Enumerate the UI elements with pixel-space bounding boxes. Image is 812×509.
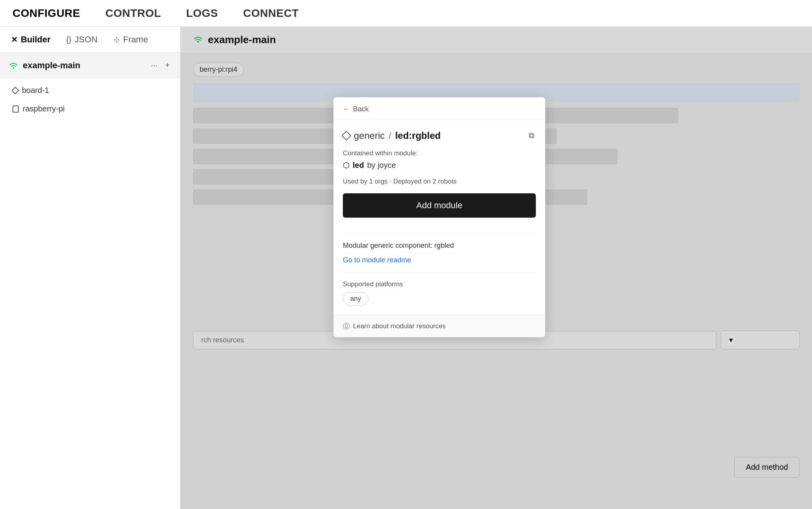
tab-json-label: JSON: [75, 35, 98, 45]
nav-logs[interactable]: LOGS: [181, 4, 222, 23]
contained-section: Contained within module: ⬡ led by joyce: [343, 149, 536, 170]
frame-icon: ⊹: [113, 35, 120, 44]
module-stats: Used by 1 orgs · Deployed on 2 robots: [343, 178, 536, 185]
popup-overlay[interactable]: ← Back generic / led:rgbled ⧉: [180, 27, 812, 509]
project-wifi-icon: [8, 60, 19, 71]
component-name: led:rgbled: [395, 130, 441, 141]
external-link-icon[interactable]: ⧉: [527, 129, 536, 142]
add-module-button[interactable]: Add module: [343, 193, 536, 218]
module-info: ⬡ led by joyce: [343, 160, 536, 170]
platform-badge-any: any: [343, 292, 368, 305]
popup-back-button[interactable]: ← Back: [333, 97, 545, 120]
module-author: by joyce: [367, 161, 396, 170]
footer-link-label: Learn about modular resources: [353, 322, 446, 330]
popup-footer[interactable]: ⓪ Learn about modular resources: [333, 315, 545, 337]
contained-label: Contained within module:: [343, 149, 536, 157]
content-area: example-main berry-pi:rpi4 ▾ Add method: [180, 27, 812, 509]
tab-builder-label: Builder: [21, 35, 51, 45]
popup-body: generic / led:rgbled ⧉ Contained within …: [333, 120, 545, 315]
nav-control[interactable]: CONTROL: [101, 4, 166, 23]
project-name: example-main: [23, 60, 145, 71]
component-namespace: generic: [354, 130, 385, 141]
back-label: Back: [353, 105, 369, 113]
sidebar: ✕ Builder {} JSON ⊹ Frame example-main: [0, 27, 180, 509]
builder-icon: ✕: [11, 35, 18, 44]
raspberry-pi-page-icon: [13, 105, 19, 113]
module-detail-popup: ← Back generic / led:rgbled ⧉: [333, 97, 545, 337]
sidebar-item-board[interactable]: board-1: [0, 81, 180, 100]
readme-link[interactable]: Go to module readme: [343, 256, 536, 264]
project-actions: ··· +: [149, 59, 172, 71]
tab-builder[interactable]: ✕ Builder: [8, 33, 54, 46]
module-cube-icon: ⬡: [343, 160, 350, 170]
popup-divider-1: [343, 233, 536, 234]
component-title: generic / led:rgbled: [343, 130, 441, 141]
sidebar-tabs: ✕ Builder {} JSON ⊹ Frame: [0, 27, 180, 53]
nav-connect[interactable]: CONNECT: [239, 4, 304, 23]
component-diamond-icon: [341, 131, 351, 140]
component-header: generic / led:rgbled ⧉: [343, 129, 536, 142]
json-icon: {}: [66, 35, 71, 44]
help-circle-icon: ⓪: [343, 322, 350, 331]
nav-configure[interactable]: CONFIGURE: [8, 4, 85, 23]
svg-point-0: [13, 67, 14, 69]
project-more-button[interactable]: ···: [149, 59, 160, 71]
raspberry-pi-label: raspberry-pi: [23, 104, 65, 113]
main-layout: ✕ Builder {} JSON ⊹ Frame example-main: [0, 27, 812, 509]
sidebar-item-raspberry-pi[interactable]: raspberry-pi: [0, 100, 180, 118]
board-label: board-1: [22, 86, 49, 95]
sidebar-project[interactable]: example-main ··· +: [0, 53, 180, 78]
board-diamond-icon: [11, 87, 19, 95]
sidebar-items: board-1 raspberry-pi: [0, 78, 180, 121]
tab-frame[interactable]: ⊹ Frame: [110, 33, 151, 46]
platforms-label: Supported platforms: [343, 280, 536, 288]
popup-divider-2: [343, 272, 536, 273]
project-add-button[interactable]: +: [163, 59, 172, 71]
back-arrow-icon: ←: [343, 105, 350, 113]
module-name: led: [353, 161, 364, 170]
tab-json[interactable]: {} JSON: [63, 33, 101, 46]
tab-frame-label: Frame: [123, 35, 148, 45]
popup-description: Modular generic component: rgbled: [343, 242, 536, 250]
top-nav: CONFIGURE CONTROL LOGS CONNECT: [0, 0, 812, 27]
component-slash: /: [389, 130, 391, 141]
